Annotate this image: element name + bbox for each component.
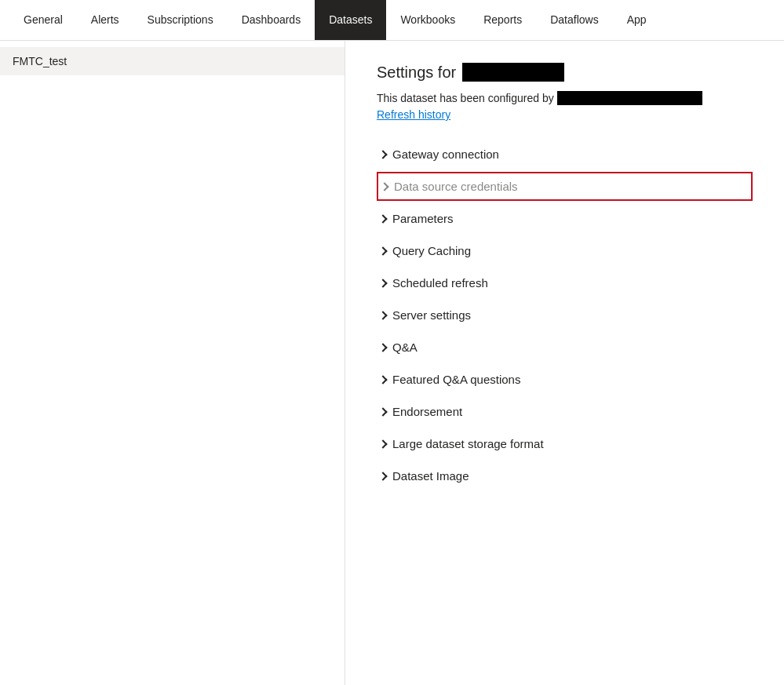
accordion-section: Scheduled refresh <box>377 268 753 297</box>
main-content: FMTC_test Settings for This dataset has … <box>0 41 784 685</box>
accordion-header-dataset-image[interactable]: Dataset Image <box>377 461 753 490</box>
accordion-section: Q&A <box>377 333 753 362</box>
accordion-section: Parameters <box>377 204 753 233</box>
accordion-header-parameters[interactable]: Parameters <box>377 204 753 233</box>
settings-title-prefix: Settings for <box>377 64 456 82</box>
accordion-header-featured-qa-questions[interactable]: Featured Q&A questions <box>377 365 753 394</box>
nav-tab-dataflows[interactable]: Dataflows <box>536 0 612 40</box>
refresh-history-link[interactable]: Refresh history <box>377 108 450 121</box>
title-redacted-block <box>462 63 564 82</box>
accordion-label: Gateway connection <box>392 148 499 161</box>
accordion-label: Large dataset storage format <box>392 437 544 450</box>
accordion-section: Data source credentials <box>377 172 753 201</box>
nav-tab-alerts[interactable]: Alerts <box>77 0 133 40</box>
settings-title: Settings for <box>377 63 753 82</box>
chevron-right-icon <box>378 439 387 448</box>
accordion-section: Dataset Image <box>377 461 753 490</box>
accordion-list: Gateway connectionData source credential… <box>377 140 753 490</box>
accordion-section: Endorsement <box>377 397 753 426</box>
nav-tab-datasets[interactable]: Datasets <box>315 0 386 40</box>
description-prefix: This dataset has been configured by <box>377 92 554 104</box>
accordion-label: Parameters <box>392 212 454 225</box>
accordion-header-data-source-credentials[interactable]: Data source credentials <box>377 172 753 201</box>
accordion-label: Data source credentials <box>394 180 518 193</box>
accordion-header-server-settings[interactable]: Server settings <box>377 301 753 330</box>
nav-tab-general[interactable]: General <box>9 0 77 40</box>
accordion-section: Server settings <box>377 301 753 330</box>
chevron-right-icon <box>378 343 387 352</box>
accordion-section: Featured Q&A questions <box>377 365 753 394</box>
chevron-right-icon <box>378 214 387 223</box>
accordion-label: Dataset Image <box>392 469 469 483</box>
accordion-label: Scheduled refresh <box>392 276 488 290</box>
description-redacted-block <box>557 91 702 105</box>
accordion-header-large-dataset-storage-format[interactable]: Large dataset storage format <box>377 429 753 458</box>
accordion-label: Q&A <box>392 341 418 354</box>
accordion-section: Large dataset storage format <box>377 429 753 458</box>
sidebar-item[interactable]: FMTC_test <box>0 47 345 75</box>
nav-tab-subscriptions[interactable]: Subscriptions <box>133 0 228 40</box>
chevron-right-icon <box>378 246 387 255</box>
chevron-right-icon <box>378 150 387 158</box>
chevron-right-icon <box>378 375 387 384</box>
accordion-label: Server settings <box>392 308 471 322</box>
chevron-right-icon <box>378 279 387 287</box>
accordion-header-endorsement[interactable]: Endorsement <box>377 397 753 426</box>
chevron-right-icon <box>378 407 387 416</box>
accordion-header-query-caching[interactable]: Query Caching <box>377 236 753 265</box>
accordion-section: Query Caching <box>377 236 753 265</box>
top-navigation: GeneralAlertsSubscriptionsDashboardsData… <box>0 0 784 41</box>
accordion-header-qa[interactable]: Q&A <box>377 333 753 362</box>
accordion-header-gateway-connection[interactable]: Gateway connection <box>377 140 753 169</box>
chevron-right-icon <box>380 182 388 191</box>
chevron-right-icon <box>378 311 387 319</box>
accordion-label: Featured Q&A questions <box>392 373 520 386</box>
accordion-header-scheduled-refresh[interactable]: Scheduled refresh <box>377 268 753 297</box>
accordion-label: Query Caching <box>392 244 471 257</box>
accordion-section: Gateway connection <box>377 140 753 169</box>
chevron-right-icon <box>378 472 387 480</box>
settings-panel: Settings for This dataset has been confi… <box>345 41 784 685</box>
nav-tab-dashboards[interactable]: Dashboards <box>228 0 315 40</box>
settings-description: This dataset has been configured by <box>377 91 753 105</box>
nav-tab-app[interactable]: App <box>613 0 661 40</box>
accordion-label: Endorsement <box>392 405 462 418</box>
nav-tab-workbooks[interactable]: Workbooks <box>386 0 469 40</box>
left-sidebar: FMTC_test <box>0 41 345 685</box>
nav-tab-reports[interactable]: Reports <box>469 0 536 40</box>
